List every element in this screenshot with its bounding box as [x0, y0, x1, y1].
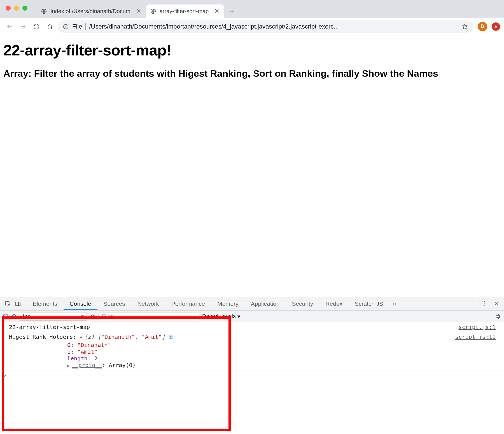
levels-label_text: Default levels [202, 313, 236, 319]
console-log-row[interactable]: Higest Rank Holders: ▼(2) ["Dinanath", "… [0, 332, 504, 342]
disclosure-triangle-right-icon[interactable]: ▶ [67, 363, 72, 368]
globe-icon [41, 8, 47, 14]
new-tab-button[interactable] [227, 6, 238, 17]
chevron-down-icon: ▾ [237, 313, 240, 320]
window-controls [6, 6, 27, 11]
divider [25, 299, 25, 308]
devtools-close-icon[interactable]: ✕ [491, 300, 501, 307]
url-path: /Users/dinanath/Documents/important/reso… [89, 23, 458, 30]
tab-title: array-filter-sort-map [160, 8, 209, 15]
info-badge-icon[interactable]: i [169, 335, 173, 339]
device-toggle-icon[interactable] [13, 297, 23, 310]
devtools-tabbar: Elements Console Sources Network Perform… [0, 297, 504, 311]
log-level-selector[interactable]: Default levels ▾ [202, 313, 240, 320]
page-heading: 22-array-filter-sort-map! [3, 41, 501, 59]
console-sidebar-toggle-icon[interactable] [3, 314, 8, 319]
inspect-element-icon[interactable] [3, 297, 13, 310]
browser-tab-inactive[interactable]: Index of /Users/dinanath/Docum ✕ [37, 4, 146, 18]
log-source-link[interactable]: script.js:1 [459, 324, 496, 330]
avatar-initial: D [481, 24, 484, 29]
chevron-down-icon: ▾ [81, 313, 84, 320]
back-button[interactable] [4, 21, 15, 32]
devtools-tab-redux[interactable]: Redux [319, 297, 349, 310]
window-minimize-button[interactable] [14, 6, 19, 11]
console-log-row[interactable]: 22-array-filter-sort-map script.js:1 [0, 322, 504, 332]
profile-avatar[interactable]: D [478, 22, 487, 31]
devtools-tab-scratchjs[interactable]: Scratch JS [349, 297, 389, 310]
disclosure-triangle-down-icon[interactable]: ▼ [80, 335, 84, 340]
close-icon[interactable]: ✕ [214, 8, 219, 15]
window-close-button[interactable] [6, 6, 11, 11]
live-expression-icon[interactable] [90, 313, 96, 319]
object-proto-entry[interactable]: ▶__proto__: Array(0) [0, 362, 504, 370]
browser-tabstrip: Index of /Users/dinanath/Docum ✕ array-f… [0, 0, 504, 18]
devtools-tab-application[interactable]: Application [245, 297, 286, 310]
extension-icon[interactable] [492, 22, 500, 31]
browser-toolbar: File /Users/dinanath/Documents/important… [0, 18, 504, 35]
context-label: top [23, 313, 31, 319]
object-entry[interactable]: 1: "Amit" [0, 348, 504, 355]
devtools-tab-sources[interactable]: Sources [97, 297, 131, 310]
object-entry[interactable]: 0: "Dinanath" [0, 342, 504, 348]
tab-title: Index of /Users/dinanath/Docum [50, 8, 130, 15]
info-icon[interactable] [63, 24, 69, 30]
object-entry[interactable]: length: 2 [0, 355, 504, 362]
tabs-overflow-icon[interactable]: » [389, 297, 400, 310]
svg-point-8 [92, 316, 93, 317]
browser-tab-active[interactable]: array-filter-sort-map ✕ [146, 4, 225, 18]
filter-placeholder: Filter [102, 313, 114, 319]
console-output: 22-array-filter-sort-map script.js:1 Hig… [0, 322, 504, 434]
console-settings-icon[interactable] [495, 313, 501, 319]
devtools-tab-security[interactable]: Security [286, 297, 319, 310]
svg-rect-4 [16, 302, 18, 305]
console-toolbar: top ▾ Filter Default levels ▾ [0, 311, 504, 322]
clear-console-icon[interactable] [11, 314, 17, 319]
bookmark-star-icon[interactable] [461, 23, 468, 30]
prompt-chevron-icon: > [3, 372, 6, 379]
log-message: 22-array-filter-sort-map [9, 324, 459, 330]
devtools-tab-memory[interactable]: Memory [211, 297, 245, 310]
page-subheading: Array: Filter the array of students with… [3, 67, 501, 80]
devtools-tab-performance[interactable]: Performance [165, 297, 211, 310]
devtools-panel: Elements Console Sources Network Perform… [0, 297, 504, 434]
log-message: Higest Rank Holders: ▼(2) ["Dinanath", "… [9, 333, 455, 340]
kebab-menu-icon[interactable]: ⋮ [479, 300, 489, 307]
reload-button[interactable] [31, 21, 42, 32]
home-button[interactable] [44, 21, 55, 32]
devtools-tab-network[interactable]: Network [131, 297, 165, 310]
globe-icon [150, 8, 156, 14]
execution-context-selector[interactable]: top ▾ [20, 312, 87, 321]
svg-rect-5 [19, 303, 20, 305]
url-scheme: File [72, 23, 82, 30]
address-bar[interactable]: File /Users/dinanath/Documents/important… [58, 20, 473, 33]
close-icon[interactable]: ✕ [136, 8, 141, 15]
page-content: 22-array-filter-sort-map! Array: Filter … [0, 35, 504, 80]
console-filter-input[interactable]: Filter [99, 312, 199, 320]
forward-button[interactable] [17, 21, 29, 32]
window-zoom-button[interactable] [22, 6, 27, 11]
devtools-tab-console[interactable]: Console [64, 297, 97, 310]
console-prompt[interactable]: > [0, 370, 504, 381]
divider [85, 23, 86, 30]
log-source-link[interactable]: script.js:11 [455, 333, 496, 340]
devtools-tab-elements[interactable]: Elements [27, 297, 64, 310]
